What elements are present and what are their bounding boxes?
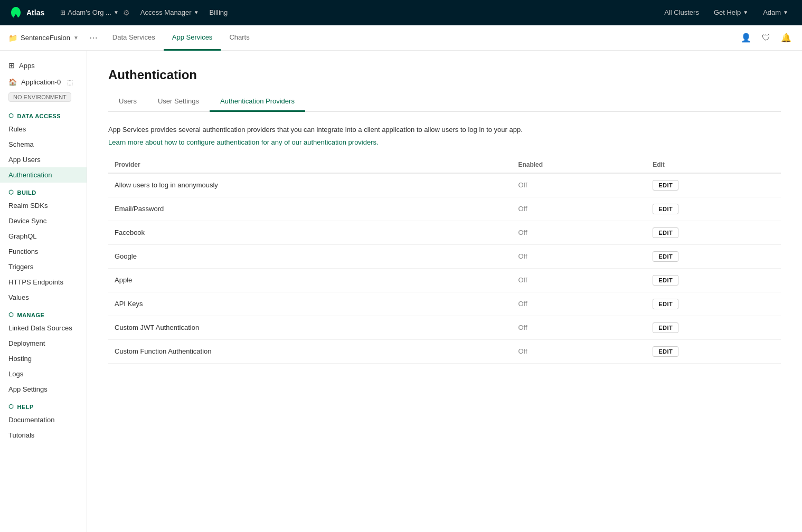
sidebar-item-realm-sdks[interactable]: Realm SDKs (0, 198, 87, 213)
sidebar-item-functions[interactable]: Functions (0, 244, 87, 259)
table-row: AppleOffEDIT (108, 268, 781, 292)
section-help: ⬡ HELP (0, 397, 87, 412)
app-config-icon: ⬚ (67, 79, 73, 86)
top-nav-right: All Clusters Get Help ▼ Adam ▼ (659, 6, 794, 18)
sidebar-item-triggers[interactable]: Triggers (0, 259, 87, 274)
section-data-access: ⬡ DATA ACCESS (0, 106, 87, 121)
auth-providers-table: Provider Enabled Edit Allow users to log… (108, 157, 781, 364)
section-manage: ⬡ MANAGE (0, 305, 87, 320)
all-clusters-btn[interactable]: All Clusters (659, 6, 704, 18)
second-nav: 📁 SentenceFusion ▼ ⋯ Data Services App S… (0, 25, 802, 51)
tab-auth-providers[interactable]: Authentication Providers (210, 93, 305, 112)
edit-button[interactable]: EDIT (653, 299, 678, 309)
atlas-logo-text: Atlas (26, 8, 44, 17)
shield-icon[interactable]: 🛡 (760, 31, 772, 45)
project-selector[interactable]: 📁 SentenceFusion ▼ (8, 34, 79, 42)
provider-name: Allow users to log in anonymously (108, 173, 512, 197)
provider-name: Google (108, 244, 512, 268)
provider-name: Custom Function Authentication (108, 339, 512, 363)
project-more-icon[interactable]: ⋯ (87, 31, 100, 45)
table-row: Allow users to log in anonymouslyOffEDIT (108, 173, 781, 197)
access-manager-menu[interactable]: Access Manager ▼ (135, 8, 204, 16)
edit-button[interactable]: EDIT (653, 227, 678, 238)
folder-icon: 📁 (8, 34, 17, 42)
sidebar-app-item[interactable]: 🏠 Application-0 ⬚ (0, 74, 87, 90)
provider-name: Apple (108, 268, 512, 292)
table-row: Email/PasswordOffEDIT (108, 197, 781, 221)
edit-button[interactable]: EDIT (653, 251, 678, 262)
edit-cell: EDIT (646, 197, 781, 221)
build-icon: ⬡ (8, 189, 14, 196)
edit-cell: EDIT (646, 292, 781, 316)
get-help-menu[interactable]: Get Help ▼ (709, 8, 753, 16)
tab-data-services[interactable]: Data Services (104, 25, 164, 51)
bell-icon[interactable]: 🔔 (779, 31, 794, 45)
col-header-edit: Edit (646, 157, 781, 173)
edit-cell: EDIT (646, 316, 781, 339)
sidebar-item-authentication[interactable]: Authentication (0, 167, 87, 183)
sidebar-item-documentation[interactable]: Documentation (0, 412, 87, 428)
edit-cell: EDIT (646, 268, 781, 292)
tab-users[interactable]: Users (108, 93, 147, 112)
settings-icon[interactable]: ⚙ (123, 8, 130, 17)
project-chevron-icon: ▼ (73, 35, 79, 41)
org-selector[interactable]: ⊞ Adam's Org ... ▼ ⚙ (55, 8, 135, 17)
second-nav-right: 👤 🛡 🔔 (739, 31, 794, 45)
sidebar-item-rules[interactable]: Rules (0, 121, 87, 137)
provider-name: Custom JWT Authentication (108, 316, 512, 339)
sidebar-item-app-settings[interactable]: App Settings (0, 382, 87, 397)
edit-cell: EDIT (646, 173, 781, 197)
grid-icon: ⊞ (8, 61, 15, 70)
provider-name: Facebook (108, 221, 512, 244)
edit-cell: EDIT (646, 339, 781, 363)
page-title: Authentication (108, 68, 781, 82)
edit-cell: EDIT (646, 221, 781, 244)
user-menu[interactable]: Adam ▼ (758, 8, 794, 16)
tab-app-services[interactable]: App Services (164, 25, 221, 51)
tab-charts[interactable]: Charts (221, 25, 258, 51)
col-header-provider: Provider (108, 157, 512, 173)
get-help-chevron-icon: ▼ (743, 10, 748, 15)
top-nav: Atlas ⊞ Adam's Org ... ▼ ⚙ Access Manage… (0, 0, 802, 25)
table-row: FacebookOffEDIT (108, 221, 781, 244)
table-row: API KeysOffEDIT (108, 292, 781, 316)
sidebar-item-schema[interactable]: Schema (0, 137, 87, 152)
layout: ⊞ Apps 🏠 Application-0 ⬚ NO ENVIRONMENT … (0, 51, 802, 532)
sidebar-item-device-sync[interactable]: Device Sync (0, 213, 87, 229)
manage-icon: ⬡ (8, 311, 14, 318)
project-name: SentenceFusion (21, 34, 70, 42)
edit-button[interactable]: EDIT (653, 275, 678, 286)
sidebar-item-linked-data-sources[interactable]: Linked Data Sources (0, 320, 87, 336)
edit-button[interactable]: EDIT (653, 180, 678, 191)
sidebar-item-deployment[interactable]: Deployment (0, 336, 87, 351)
enabled-status: Off (512, 197, 646, 221)
enabled-status: Off (512, 292, 646, 316)
sidebar-item-https-endpoints[interactable]: HTTPS Endpoints (0, 274, 87, 290)
apps-label: Apps (19, 62, 35, 70)
table-row: Custom Function AuthenticationOffEDIT (108, 339, 781, 363)
auth-description-link[interactable]: Learn more about how to configure authen… (108, 138, 379, 146)
sidebar-item-graphql[interactable]: GraphQL (0, 229, 87, 244)
sidebar-item-logs[interactable]: Logs (0, 366, 87, 382)
auth-description: App Services provides several authentica… (108, 125, 781, 135)
edit-button[interactable]: EDIT (653, 322, 678, 333)
sidebar-item-app-users[interactable]: App Users (0, 152, 87, 167)
table-row: GoogleOffEDIT (108, 244, 781, 268)
sidebar-item-tutorials[interactable]: Tutorials (0, 428, 87, 443)
access-manager-chevron-icon: ▼ (194, 10, 199, 15)
edit-button[interactable]: EDIT (653, 204, 678, 214)
sidebar-item-apps[interactable]: ⊞ Apps (0, 57, 87, 74)
sidebar-item-hosting[interactable]: Hosting (0, 351, 87, 366)
tab-user-settings[interactable]: User Settings (147, 93, 210, 112)
edit-button[interactable]: EDIT (653, 346, 678, 357)
person-add-icon[interactable]: 👤 (739, 31, 753, 45)
sidebar-item-values[interactable]: Values (0, 290, 87, 305)
atlas-logo[interactable]: Atlas (8, 5, 44, 20)
second-nav-tabs: Data Services App Services Charts (104, 25, 258, 51)
help-icon: ⬡ (8, 403, 14, 410)
provider-name: API Keys (108, 292, 512, 316)
billing-link[interactable]: Billing (204, 8, 233, 16)
org-chevron-icon: ▼ (114, 10, 119, 15)
main-content: Authentication Users User Settings Authe… (87, 51, 802, 532)
enabled-status: Off (512, 173, 646, 197)
